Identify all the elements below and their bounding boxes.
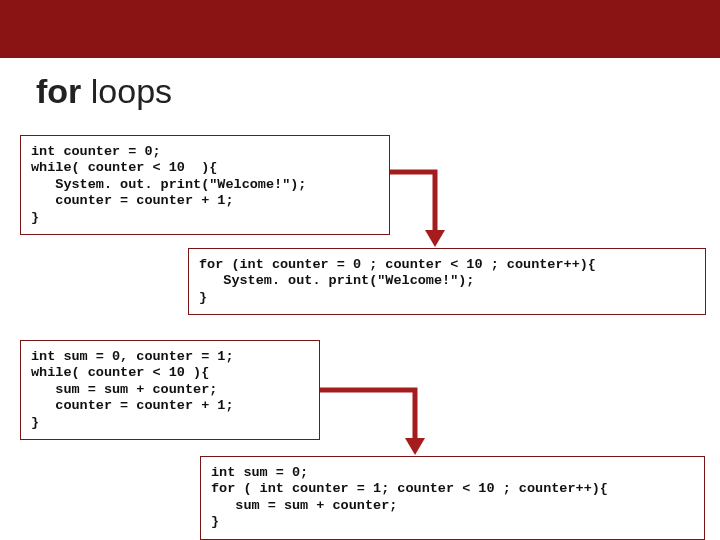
header-bar bbox=[0, 0, 720, 58]
code-while-example-2: int sum = 0, counter = 1; while( counter… bbox=[20, 340, 320, 440]
title-bold: for bbox=[36, 72, 81, 110]
code-while-example-1: int counter = 0; while( counter < 10 ){ … bbox=[20, 135, 390, 235]
slide-title: for loops bbox=[0, 58, 720, 129]
code-for-example-2: int sum = 0; for ( int counter = 1; coun… bbox=[200, 456, 705, 540]
svg-marker-1 bbox=[405, 438, 425, 455]
arrow-1 bbox=[390, 172, 460, 252]
title-thin: loops bbox=[81, 72, 172, 110]
svg-marker-0 bbox=[425, 230, 445, 247]
arrow-2 bbox=[320, 390, 440, 460]
code-for-example-1: for (int counter = 0 ; counter < 10 ; co… bbox=[188, 248, 706, 315]
